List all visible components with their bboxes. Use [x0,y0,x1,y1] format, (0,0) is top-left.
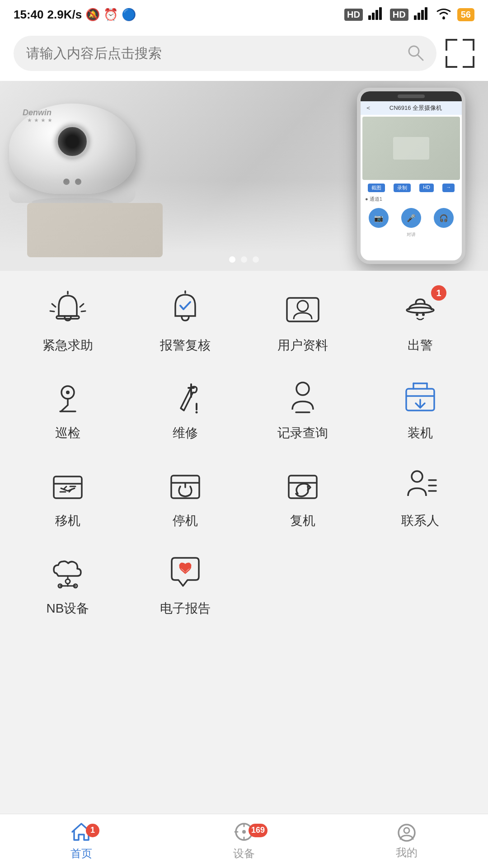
user-profile-label: 用户资料 [277,337,328,354]
grid-item-nb-device[interactable]: NB设备 [9,552,127,617]
svg-rect-4 [414,15,417,20]
banner: Denwin ★★★★ ＜ CN6916 全景摄像机 [0,81,488,271]
search-input[interactable] [26,46,400,61]
wifi-icon [436,6,452,23]
grid-menu: 紧急求助 报警复核 [0,271,488,644]
grid-item-emergency[interactable]: 紧急求助 [9,289,127,354]
grid-item-empty-2 [361,552,479,617]
report-label: 电子报告 [160,600,211,617]
svg-point-24 [66,391,70,394]
dispatch-badge: 1 [431,285,446,301]
svg-point-60 [404,828,409,833]
nav-item-home[interactable]: 1 首页 [0,822,163,861]
svg-line-14 [80,304,84,307]
app-icon: 🔵 [122,8,136,22]
status-speed: 2.9K/s [47,8,82,22]
svg-point-46 [412,471,422,482]
svg-rect-38 [54,476,82,498]
grid-item-install[interactable]: 装机 [361,377,479,442]
dispatch-label: 出警 [408,337,433,354]
svg-rect-18 [287,298,319,321]
svg-line-13 [52,304,56,307]
grid-item-user-profile[interactable]: 用户资料 [244,289,361,354]
svg-point-19 [297,301,308,311]
svg-rect-44 [289,476,317,498]
svg-rect-3 [379,7,382,20]
bottom-nav: 1 首页 169 设备 我的 [0,814,488,868]
home-nav-label: 首页 [70,846,92,861]
search-icon [407,44,424,63]
nav-item-device[interactable]: 169 设备 [163,822,325,861]
mute-icon: 🔕 [85,8,100,22]
contacts-label: 联系人 [401,512,439,529]
dot-3 [253,256,259,263]
svg-point-8 [442,17,445,19]
maintenance-label: 维修 [173,425,198,442]
restore-label: 复机 [290,512,315,529]
signal-icon-2 [414,6,430,23]
svg-point-22 [422,313,425,316]
mine-nav-label: 我的 [396,845,418,860]
svg-rect-12 [56,316,79,319]
scan-icon[interactable] [446,39,474,68]
nb-device-label: NB设备 [47,600,89,617]
grid-item-patrol[interactable]: 巡检 [9,377,127,442]
grid-item-contacts[interactable]: 联系人 [361,464,479,529]
grid-row-2: 巡检 维修 [0,372,488,455]
svg-rect-2 [375,10,378,20]
search-input-wrap[interactable] [14,36,436,71]
grid-item-alarm-review[interactable]: 报警复核 [127,289,244,354]
grid-item-maintenance[interactable]: 维修 [127,377,244,442]
hd-label: HD [344,9,363,21]
status-time: 15:40 [14,8,44,22]
emergency-label: 紧急求助 [42,337,93,354]
grid-item-empty-1 [244,552,361,617]
device-nav-label: 设备 [233,846,255,861]
grid-item-record-query[interactable]: 记录查询 [244,377,361,442]
svg-point-21 [416,313,418,316]
search-bar-area [0,28,488,81]
svg-point-58 [242,830,246,834]
svg-point-20 [407,307,434,313]
dot-1 [229,256,235,263]
svg-line-16 [81,311,85,311]
svg-line-10 [418,55,423,60]
patrol-label: 巡检 [55,425,80,442]
svg-rect-0 [368,15,371,20]
svg-rect-6 [421,10,424,20]
hd-label2: HD [390,9,408,21]
svg-point-30 [296,382,309,395]
grid-item-move[interactable]: 移机 [9,464,127,529]
grid-item-restore[interactable]: 复机 [244,464,361,529]
device-badge: 169 [249,824,267,837]
move-label: 移机 [55,512,80,529]
svg-point-29 [196,411,198,414]
nav-item-mine[interactable]: 我的 [325,823,488,860]
grid-row-4: NB设备 电子报告 [0,547,488,631]
battery-icon: 56 [457,8,474,21]
status-bar: 15:40 2.9K/s 🔕 ⏰ 🔵 HD HD [0,0,488,28]
svg-rect-7 [425,7,427,20]
home-badge: 1 [86,824,99,837]
record-query-label: 记录查询 [277,425,328,442]
banner-dots [229,256,259,263]
alarm-review-label: 报警复核 [160,337,211,354]
signal-icon-1 [368,6,385,23]
grid-item-dispatch[interactable]: 1 出警 [361,289,479,354]
svg-rect-1 [372,13,375,20]
grid-row-3: 移机 停机 [0,460,488,543]
grid-item-report[interactable]: 电子报告 [127,552,244,617]
alarm-icon: ⏰ [103,8,118,22]
install-label: 装机 [408,425,433,442]
grid-item-suspend[interactable]: 停机 [127,464,244,529]
grid-row-1: 紧急求助 报警复核 [0,284,488,368]
svg-line-15 [50,311,54,311]
dot-2 [241,256,247,263]
user-circle-icon [396,823,418,843]
suspend-label: 停机 [173,512,198,529]
svg-rect-5 [418,13,420,20]
